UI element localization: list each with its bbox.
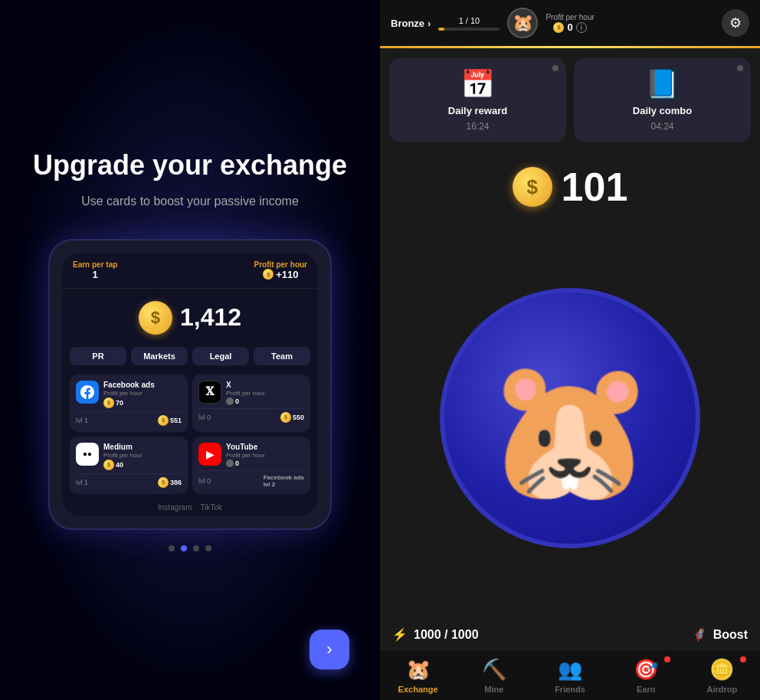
youtube-title: YouTube xyxy=(226,443,265,452)
phone-coin-large: $ xyxy=(139,301,172,335)
profit-per-hour-label: Profit per hour xyxy=(254,260,307,269)
boost-icon: 🦸 xyxy=(692,627,707,642)
profit-per-hour-stat: Profit per hour $ +110 xyxy=(254,260,307,280)
earn-per-tap-label: Earn per tap xyxy=(73,260,117,269)
phone-cards-grid: Facebook ads Profit per hour $70 lvl 1 $… xyxy=(62,370,318,499)
nav-friends[interactable]: 👥 Friends xyxy=(532,650,608,700)
phone-mockup: Earn per tap 1 Profit per hour $ +110 $ … xyxy=(48,239,332,530)
nav-earn[interactable]: 🎯 Earn xyxy=(608,650,684,700)
medium-level: lvl 1 xyxy=(76,479,88,486)
right-balance-display: $ 101 xyxy=(380,152,760,216)
bronze-label: Bronze xyxy=(391,18,424,29)
daily-reward-title: Daily reward xyxy=(448,105,507,116)
nav-earn-label: Earn xyxy=(637,685,655,694)
profit-per-hour-value: $ +110 xyxy=(263,269,298,280)
facebook-icon xyxy=(76,381,99,404)
daily-combo-timer: 04:24 xyxy=(650,121,673,132)
tab-legal[interactable]: Legal xyxy=(192,347,249,365)
daily-combo-icon: 📘 xyxy=(645,68,680,100)
left-panel: Upgrade your exchange Use cards to boost… xyxy=(0,0,380,700)
nav-exchange[interactable]: 🐹 Exchange xyxy=(380,650,456,700)
medium-profit-label: Profit per hour xyxy=(103,452,142,459)
youtube-card-info: YouTube Profit per hour 0 xyxy=(226,443,265,467)
hamster-figure: 🐹 xyxy=(484,361,657,499)
next-button[interactable]: › xyxy=(310,630,349,669)
airdrop-badge xyxy=(740,656,746,662)
facebook-level: lvl 1 xyxy=(76,417,88,424)
nav-mine[interactable]: ⛏️ Mine xyxy=(456,650,532,700)
lightning-icon: ⚡ xyxy=(392,627,408,642)
x-profit-val: 0 xyxy=(226,397,265,405)
facebook-card-info: Facebook ads Profit per hour $70 xyxy=(103,381,155,408)
youtube-profit-label: Profit per hour xyxy=(226,452,265,459)
facebook-profit-label: Profit per hour xyxy=(103,390,155,397)
tab-pr[interactable]: PR xyxy=(70,347,126,365)
daily-reward-dot xyxy=(552,65,559,71)
earn-per-tap-value: 1 xyxy=(93,269,98,280)
earn-icon: 🎯 xyxy=(634,658,658,682)
medium-footer: lvl 1 $386 xyxy=(76,473,182,488)
dot-4 xyxy=(205,545,211,551)
chevron-icon: › xyxy=(428,18,431,29)
nav-airdrop-label: Airdrop xyxy=(707,685,738,694)
right-panel: Bronze › 1 / 10 🐹 Profit per hour $ 0 i … xyxy=(380,0,760,700)
youtube-footer: lvl 0 Facebook adslvl 2 xyxy=(198,470,304,488)
daily-combo-title: Daily combo xyxy=(633,105,692,116)
exchange-icon: 🐹 xyxy=(406,658,431,682)
nav-airdrop[interactable]: 🪙 Airdrop xyxy=(684,650,760,700)
daily-reward-card[interactable]: 📅 Daily reward 16:24 xyxy=(389,57,566,142)
phone-tabs: PR Markets Legal Team xyxy=(62,342,318,370)
profit-value-top: $ 0 i xyxy=(553,21,586,33)
earn-badge xyxy=(664,656,670,662)
phone-balance: 1,412 xyxy=(180,303,241,332)
progress-section: 1 / 10 xyxy=(438,16,500,31)
dot-2 xyxy=(181,545,187,551)
progress-fill xyxy=(438,28,444,31)
stats-bar: Earn per tap 1 Profit per hour $ +110 xyxy=(62,253,318,289)
hamster-circle[interactable]: 🐹 xyxy=(440,288,700,548)
boost-label: Boost xyxy=(713,628,748,642)
daily-combo-dot xyxy=(737,65,743,71)
card-header: Facebook ads Profit per hour $70 xyxy=(76,381,182,408)
card-facebook-ads[interactable]: Facebook ads Profit per hour $70 lvl 1 $… xyxy=(70,375,188,432)
medium-profit-val: $40 xyxy=(103,460,142,470)
card-x[interactable]: 𝕏 X Profit per hour 0 lvl 0 xyxy=(192,375,310,432)
card-medium[interactable]: ●● Medium Profit per hour $40 lvl 1 xyxy=(70,437,188,494)
bronze-badge[interactable]: Bronze › xyxy=(391,18,431,29)
x-title: X xyxy=(226,381,265,390)
tab-team[interactable]: Team xyxy=(254,347,310,365)
boost-button[interactable]: 🦸 Boost xyxy=(692,627,748,642)
bottom-nav: 🐹 Exchange ⛏️ Mine 👥 Friends 🎯 Earn 🪙 Ai… xyxy=(380,649,760,700)
energy-bar-section: ⚡ 1000 / 1000 🦸 Boost xyxy=(380,620,760,649)
profit-label-top: Profit per hour xyxy=(545,13,594,21)
coin-icon: $ xyxy=(103,397,114,408)
youtube-cost: Facebook adslvl 2 xyxy=(264,474,304,488)
medium-title: Medium xyxy=(103,443,142,452)
nav-friends-label: Friends xyxy=(555,685,585,694)
medium-card-info: Medium Profit per hour $40 xyxy=(103,443,142,470)
mine-icon: ⛏️ xyxy=(482,658,506,682)
coin-icon: $ xyxy=(103,460,114,470)
daily-combo-card[interactable]: 📘 Daily combo 04:24 xyxy=(574,57,751,142)
dot-3 xyxy=(193,545,199,551)
facebook-profit-val: $70 xyxy=(103,397,155,408)
phone-inner: Earn per tap 1 Profit per hour $ +110 $ … xyxy=(62,253,318,516)
coin-icon-small: $ xyxy=(263,269,274,280)
dot-1 xyxy=(169,545,175,551)
gear-button[interactable]: ⚙ xyxy=(722,9,749,37)
info-icon[interactable]: i xyxy=(576,22,587,33)
airdrop-icon: 🪙 xyxy=(709,658,734,682)
coin-icon: $ xyxy=(553,22,564,33)
hamster-circle-container: 🐹 xyxy=(380,216,760,620)
card-header: ▶ YouTube Profit per hour 0 xyxy=(198,443,304,467)
medium-icon: ●● xyxy=(76,443,99,466)
medium-cost: $386 xyxy=(158,477,182,488)
top-bar: Bronze › 1 / 10 🐹 Profit per hour $ 0 i … xyxy=(380,0,760,46)
nav-exchange-label: Exchange xyxy=(398,685,438,694)
x-card-info: X Profit per hour 0 xyxy=(226,381,265,405)
hamster-avatar: 🐹 xyxy=(507,8,538,38)
card-youtube[interactable]: ▶ YouTube Profit per hour 0 lvl 0 xyxy=(192,437,310,494)
left-subtitle: Use cards to boost your passive income xyxy=(81,195,299,208)
energy-value: 1000 / 1000 xyxy=(414,628,479,642)
tab-markets[interactable]: Markets xyxy=(131,347,188,365)
